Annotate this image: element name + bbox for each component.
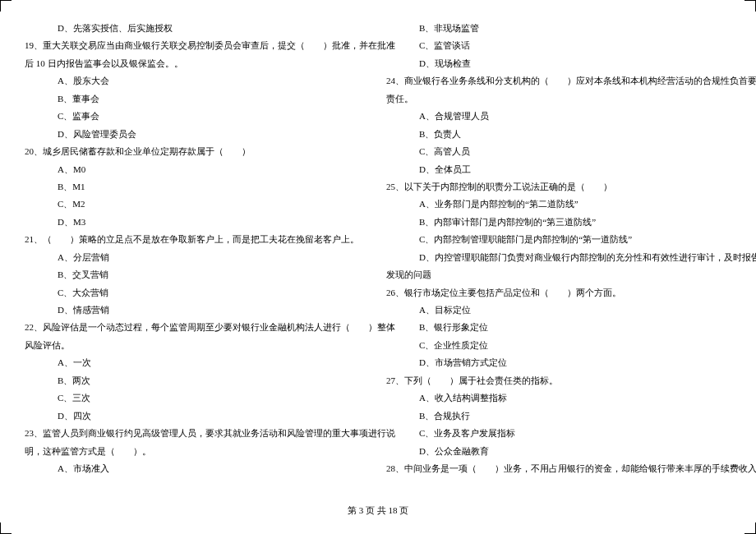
q23-line1: 23、监管人员到商业银行约见高级管理人员，要求其就业务活动和风险管理的重大事项进…	[25, 425, 370, 442]
q24-opt-d: D、全体员工	[386, 161, 731, 178]
q21: 21、（ ）策略的立足点不是放在争取新客户上，而是把工夫花在挽留老客户上。	[25, 231, 370, 248]
q27: 27、下列（ ）属于社会责任类的指标。	[386, 372, 731, 389]
q21-opt-b: B、交叉营销	[25, 266, 370, 283]
q23-opt-d: D、现场检查	[386, 55, 731, 72]
q28: 28、中间业务是一项（ ）业务，不用占用银行的资金，却能给银行带来丰厚的手续费收…	[386, 460, 731, 477]
q21-opt-c: C、大众营销	[25, 284, 370, 302]
q20-opt-c: C、M2	[25, 196, 370, 213]
q26-opt-a: A、目标定位	[386, 302, 731, 319]
crop-corner-tr	[744, 0, 756, 12]
q19-opt-b: B、董事会	[25, 90, 370, 108]
q22-opt-a: A、一次	[25, 354, 370, 371]
q25-opt-d-line2: 发现的问题	[386, 266, 731, 283]
q22-opt-c: C、三次	[25, 389, 370, 407]
q22-line2: 风险评估。	[25, 337, 370, 354]
q25-opt-d-line1: D、内控管理职能部门负责对商业银行内部控制的充分性和有效性进行审计，及时报告审计	[386, 249, 731, 266]
q24-line2: 责任。	[386, 90, 731, 108]
crop-corner-br	[744, 522, 756, 534]
q24-opt-c: C、高管人员	[386, 143, 731, 160]
column-left: D、先落实授信、后实施授权 19、重大关联交易应当由商业银行关联交易控制委员会审…	[25, 20, 378, 477]
q21-opt-d: D、情感营销	[25, 302, 370, 319]
q25: 25、以下关于内部控制的职责分工说法正确的是（ ）	[386, 178, 731, 196]
q20-opt-a: A、M0	[25, 161, 370, 178]
q26-opt-d: D、市场营销方式定位	[386, 354, 731, 371]
q23-opt-b: B、非现场监管	[386, 20, 731, 37]
q20-opt-d: D、M3	[25, 214, 370, 231]
q25-opt-c: C、内部控制管理职能部门是内部控制的“第一道防线”	[386, 231, 731, 248]
q23-opt-c: C、监管谈话	[386, 37, 731, 54]
crop-corner-tl	[0, 0, 12, 12]
q27-opt-c: C、业务及客户发展指标	[386, 425, 731, 442]
q25-opt-b: B、内部审计部门是内部控制的“第三道防线”	[386, 214, 731, 231]
q19-line1: 19、重大关联交易应当由商业银行关联交易控制委员会审查后，提交（ ）批准，并在批…	[25, 37, 370, 54]
q23-line2: 明，这种监管方式是（ ）。	[25, 443, 370, 460]
q26-opt-c: C、企业性质定位	[386, 337, 731, 354]
q19-opt-c: C、监事会	[25, 108, 370, 125]
q20: 20、城乡居民储蓄存款和企业单位定期存款属于（ ）	[25, 143, 370, 160]
q19-opt-a: A、股东大会	[25, 72, 370, 90]
crop-corner-bl	[0, 522, 12, 534]
q19-opt-d: D、风险管理委员会	[25, 126, 370, 143]
q22-opt-d: D、四次	[25, 407, 370, 425]
q24-opt-b: B、负责人	[386, 126, 731, 143]
q26-opt-b: B、银行形象定位	[386, 319, 731, 336]
q22-line1: 22、风险评估是一个动态过程，每个监管周期至少要对银行业金融机构法人进行（ ）整…	[25, 319, 370, 336]
q26: 26、银行市场定位主要包括产品定位和（ ）两个方面。	[386, 284, 731, 302]
q20-opt-b: B、M1	[25, 178, 370, 196]
page-footer: 第 3 页 共 18 页	[0, 502, 756, 519]
q23-opt-a: A、市场准入	[25, 460, 370, 477]
q24-line1: 24、商业银行各业务条线和分支机构的（ ）应对本条线和本机构经营活动的合规性负首…	[386, 72, 731, 90]
q22-opt-b: B、两次	[25, 372, 370, 389]
column-right: B、非现场监管 C、监管谈话 D、现场检查 24、商业银行各业务条线和分支机构的…	[378, 20, 731, 477]
q21-opt-a: A、分层营销	[25, 249, 370, 266]
q27-opt-b: B、合规执行	[386, 407, 731, 425]
q18-opt-d: D、先落实授信、后实施授权	[25, 20, 370, 37]
q27-opt-d: D、公众金融教育	[386, 443, 731, 460]
q19-line2: 后 10 日内报告监事会以及银保监会。。	[25, 55, 370, 72]
page-content: D、先落实授信、后实施授权 19、重大关联交易应当由商业银行关联交易控制委员会审…	[25, 0, 731, 477]
q25-opt-a: A、业务部门是内部控制的“第二道防线”	[386, 196, 731, 213]
q24-opt-a: A、合规管理人员	[386, 108, 731, 125]
q27-opt-a: A、收入结构调整指标	[386, 389, 731, 407]
